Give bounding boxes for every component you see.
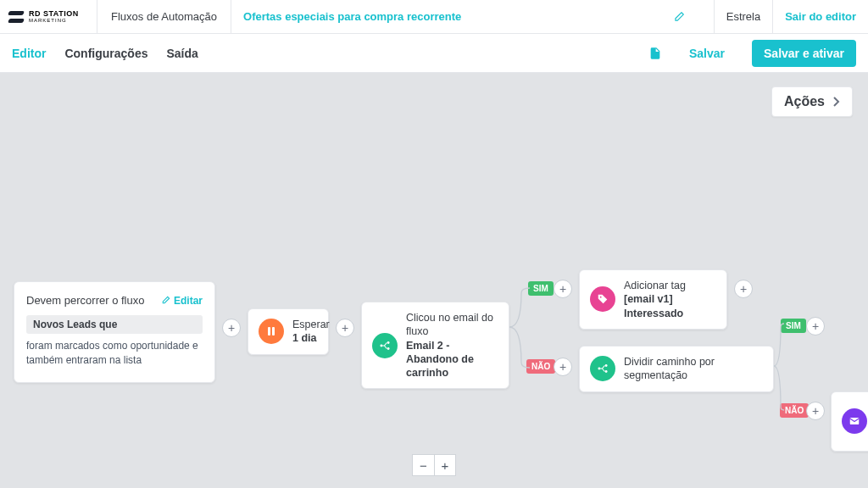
connector: [509, 285, 530, 371]
tab-bar: Editor Configurações Saída Salvar Salvar…: [0, 34, 868, 73]
add-node-button[interactable]: +: [554, 358, 572, 376]
svg-point-3: [387, 341, 390, 344]
entry-edit-button[interactable]: Editar: [161, 295, 203, 307]
breadcrumb[interactable]: Fluxos de Automação: [97, 0, 231, 33]
brand-logo-mark: [8, 11, 24, 23]
chevron-right-icon: [833, 97, 840, 107]
zoom-in-button[interactable]: +: [434, 454, 456, 476]
connector: [774, 322, 784, 412]
brand-logo-text: RD STATIONMARKETING: [29, 10, 79, 23]
star-button[interactable]: Estrela: [714, 0, 772, 33]
badge-no: NÃO: [526, 359, 555, 374]
wait-value: 1 dia: [292, 331, 330, 345]
tab-exit[interactable]: Saída: [166, 47, 198, 60]
add-node-button[interactable]: +: [222, 319, 241, 337]
add-node-button[interactable]: +: [806, 402, 825, 420]
svg-rect-1: [272, 327, 275, 336]
flow-title[interactable]: Ofertas especiais para compra recorrente: [243, 10, 461, 23]
svg-point-6: [598, 368, 600, 370]
actions-label: Ações: [784, 94, 825, 109]
add-node-button[interactable]: +: [806, 317, 825, 336]
branch-icon: [372, 333, 398, 358]
wait-label: Esperar: [292, 318, 330, 331]
entry-title: Devem percorrer o fluxo: [26, 294, 144, 307]
download-icon[interactable]: [648, 47, 662, 60]
branch1-label: Clicou no email do fluxo: [406, 311, 498, 339]
branch-node-email-click[interactable]: Clicou no email do fluxo Email 2 - Aband…: [361, 302, 509, 389]
svg-point-7: [605, 364, 608, 367]
badge-yes: SIM: [781, 319, 806, 333]
tag-label: Adicionar tag: [624, 279, 716, 292]
save-activate-button[interactable]: Salvar e ativar: [752, 40, 856, 67]
tab-editor[interactable]: Editor: [12, 47, 46, 60]
pencil-icon: [161, 296, 170, 305]
zoom-out-button[interactable]: −: [412, 454, 434, 476]
add-node-button[interactable]: +: [336, 319, 354, 337]
save-button[interactable]: Salvar: [681, 42, 733, 65]
flow-title-area: Ofertas especiais para compra recorrente: [231, 0, 714, 33]
tag-value: [email v1] Interessado: [624, 292, 716, 320]
entry-chip: Novos Leads que: [26, 315, 203, 334]
svg-rect-0: [268, 327, 270, 336]
branch-icon: [590, 356, 615, 381]
add-node-button[interactable]: +: [734, 280, 753, 298]
top-actions: Estrela Sair do editor: [714, 0, 868, 33]
brand-logo: RD STATIONMARKETING: [0, 0, 97, 33]
branch2-label: Dividir caminho por segmentação: [624, 355, 763, 383]
badge-yes: SIM: [528, 281, 554, 296]
entry-description: foram marcados como oportunidade e també…: [26, 339, 203, 369]
tag-icon: [590, 286, 615, 312]
pause-icon: [259, 319, 284, 344]
edit-title-icon[interactable]: [673, 11, 685, 23]
exit-editor-button[interactable]: Sair do editor: [772, 0, 868, 33]
branch1-value: Email 2 - Abandono de carrinho: [406, 339, 498, 380]
svg-point-4: [387, 347, 390, 350]
branch-node-segment[interactable]: Dividir caminho por segmentação: [579, 346, 774, 392]
svg-point-5: [600, 297, 602, 298]
mail-icon: [842, 408, 867, 434]
top-bar: RD STATIONMARKETING Fluxos de Automação …: [0, 0, 868, 34]
add-node-button[interactable]: +: [554, 280, 572, 298]
entry-node[interactable]: Devem percorrer o fluxo Editar Novos Lea…: [14, 281, 215, 383]
zoom-controls: − +: [412, 454, 456, 476]
tag-node[interactable]: Adicionar tag [email v1] Interessado: [579, 269, 727, 330]
mail-node[interactable]: Enviar E Agrade: [831, 391, 868, 452]
badge-no: NÃO: [780, 403, 809, 418]
flow-canvas[interactable]: Ações Devem percorrer o fluxo Editar Nov…: [0, 73, 868, 488]
actions-menu[interactable]: Ações: [771, 86, 853, 117]
svg-point-8: [605, 370, 608, 373]
wait-node[interactable]: Esperar 1 dia: [248, 308, 329, 355]
svg-point-2: [380, 344, 382, 347]
tab-config[interactable]: Configurações: [64, 47, 147, 60]
